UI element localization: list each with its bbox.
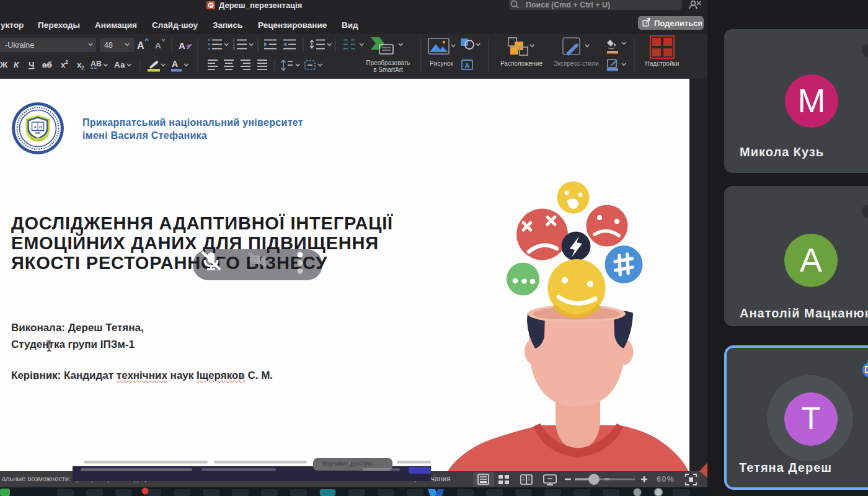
- svg-text:3: 3: [232, 46, 235, 51]
- svg-text:2: 2: [81, 64, 84, 71]
- svg-text:1: 1: [232, 38, 235, 42]
- svg-text:АВ: АВ: [91, 60, 102, 68]
- svg-text:A: A: [465, 62, 470, 69]
- svg-text:Аа: Аа: [114, 60, 125, 69]
- svg-text:A: A: [155, 41, 161, 50]
- svg-text:A: A: [179, 40, 185, 51]
- svg-text:48: 48: [104, 41, 113, 50]
- svg-text:-Ukraine: -Ukraine: [5, 41, 34, 50]
- svg-text:P: P: [209, 2, 213, 9]
- svg-text:Ω: Ω: [39, 125, 43, 130]
- svg-text:A: A: [33, 125, 37, 130]
- svg-text:аб: аб: [42, 60, 52, 69]
- svg-text:2: 2: [232, 42, 235, 46]
- svg-text:A: A: [137, 40, 144, 51]
- svg-text:К: К: [14, 60, 20, 69]
- svg-text:А: А: [172, 59, 178, 69]
- svg-text:Ж: Ж: [0, 60, 8, 69]
- svg-text:Ч: Ч: [29, 60, 35, 69]
- svg-text:2: 2: [65, 59, 68, 65]
